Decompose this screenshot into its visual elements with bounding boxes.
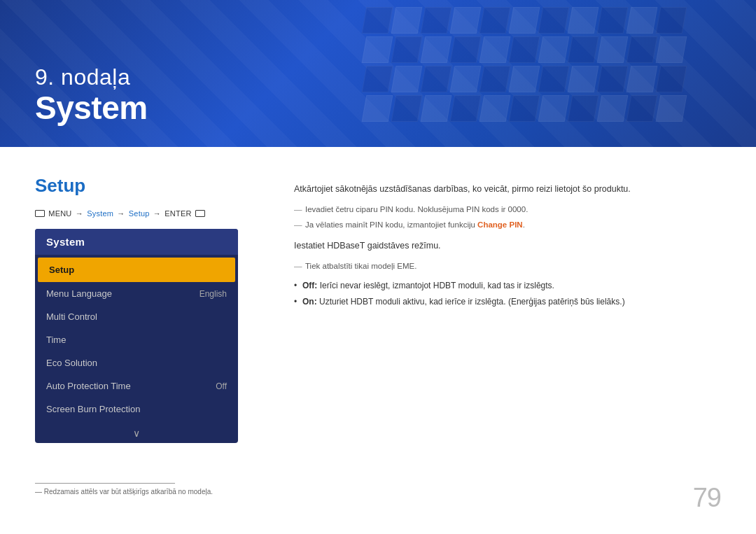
arrow1: → bbox=[76, 209, 85, 218]
pin-section: Ievadiet četru ciparu PIN kodu. Noklusēj… bbox=[294, 203, 721, 232]
menu-path-menu: MENU bbox=[48, 209, 71, 218]
menu-path-enter: ENTER bbox=[164, 209, 191, 218]
menu-item-setup[interactable]: Setup bbox=[38, 258, 235, 282]
pin-note-text: Ja vēlaties mainīt PIN kodu, izmantojiet… bbox=[305, 220, 477, 229]
footnote-area: Redzamais attēls var būt atšķirīgs atkar… bbox=[35, 483, 721, 496]
menu-icon bbox=[35, 210, 45, 217]
menu-item-value: Off bbox=[216, 381, 227, 391]
eme-note: Tiek atbalstīti tikai modeļi EME. bbox=[294, 260, 721, 272]
menu-item-autoprotect[interactable]: Auto Protection Time Off bbox=[35, 374, 238, 398]
bullet-on-text: Uzturiet HDBT moduli aktivu, kad ierīce … bbox=[319, 297, 625, 307]
bullet-off-label: Off: bbox=[302, 281, 317, 290]
menu-items-list: Setup Menu Language English Multi Contro… bbox=[35, 255, 238, 423]
pin-change-note: Ja vēlaties mainīt PIN kodu, izmantojiet… bbox=[294, 218, 721, 231]
menu-path-setup: Setup bbox=[129, 209, 150, 218]
chevron-down-icon: ∨ bbox=[133, 428, 140, 439]
main-content: Setup MENU → System → Setup → ENTER Syst… bbox=[0, 147, 756, 464]
bullet-off: Off: Ierīci nevar ieslēgt, izmantojot HD… bbox=[294, 279, 721, 293]
header-banner: 9. nodaļa System bbox=[0, 0, 756, 147]
menu-item-label: Time bbox=[46, 335, 66, 345]
menu-item-label: Eco Solution bbox=[46, 358, 97, 368]
arrow2: → bbox=[117, 209, 127, 218]
setup-title: Setup bbox=[35, 175, 259, 197]
menu-item-label: Screen Burn Protection bbox=[46, 404, 140, 414]
menu-box: System Setup Menu Language English Multi… bbox=[35, 229, 238, 443]
left-column: Setup MENU → System → Setup → ENTER Syst… bbox=[35, 175, 259, 443]
menu-item-screenburn[interactable]: Screen Burn Protection bbox=[35, 398, 238, 421]
footnote-text: Redzamais attēls var būt atšķirīgs atkar… bbox=[35, 488, 721, 496]
pin-note: Ievadiet četru ciparu PIN kodu. Noklusēj… bbox=[294, 203, 721, 216]
menu-item-language[interactable]: Menu Language English bbox=[35, 282, 238, 305]
bullet-on: On: Uzturiet HDBT moduli aktivu, kad ier… bbox=[294, 295, 721, 309]
header-title: 9. nodaļa System bbox=[35, 64, 148, 126]
bullet-on-label: On: bbox=[302, 297, 317, 307]
right-column: Atkārtojiet sākotnējās uzstādīšanas darb… bbox=[294, 175, 721, 443]
menu-item-label: Multi Control bbox=[46, 311, 97, 322]
menu-path-system: System bbox=[87, 209, 113, 218]
menu-item-time[interactable]: Time bbox=[35, 328, 238, 351]
menu-box-header: System bbox=[35, 229, 238, 255]
footnote-divider bbox=[35, 483, 175, 484]
pin-note-end: . bbox=[523, 220, 525, 229]
page-number: 79 bbox=[693, 483, 721, 513]
bullets-list: Off: Ierīci nevar ieslēgt, izmantojot HD… bbox=[294, 279, 721, 309]
menu-item-value: English bbox=[200, 289, 227, 299]
menu-item-eco[interactable]: Eco Solution bbox=[35, 351, 238, 374]
change-pin-link[interactable]: Change PIN bbox=[477, 220, 523, 229]
hdbaset-note: Iestatiet HDBaseT gaidstāves režīmu. bbox=[294, 239, 721, 253]
menu-item-label: Auto Protection Time bbox=[46, 381, 131, 391]
bullet-off-text: Ierīci nevar ieslēgt, izmantojot HDBT mo… bbox=[320, 281, 554, 290]
menu-item-label: Menu Language bbox=[46, 288, 112, 299]
section-label: System bbox=[35, 90, 148, 126]
enter-icon bbox=[195, 210, 205, 217]
menu-chevron: ∨ bbox=[35, 423, 238, 443]
menu-item-multicontrol[interactable]: Multi Control bbox=[35, 305, 238, 328]
main-description: Atkārtojiet sākotnējās uzstādīšanas darb… bbox=[294, 182, 721, 196]
menu-path: MENU → System → Setup → ENTER bbox=[35, 209, 259, 218]
chapter-label: 9. nodaļa bbox=[35, 64, 148, 90]
menu-item-label: Setup bbox=[49, 265, 74, 275]
arrow3: → bbox=[153, 209, 163, 218]
decorative-pattern bbox=[364, 7, 714, 147]
